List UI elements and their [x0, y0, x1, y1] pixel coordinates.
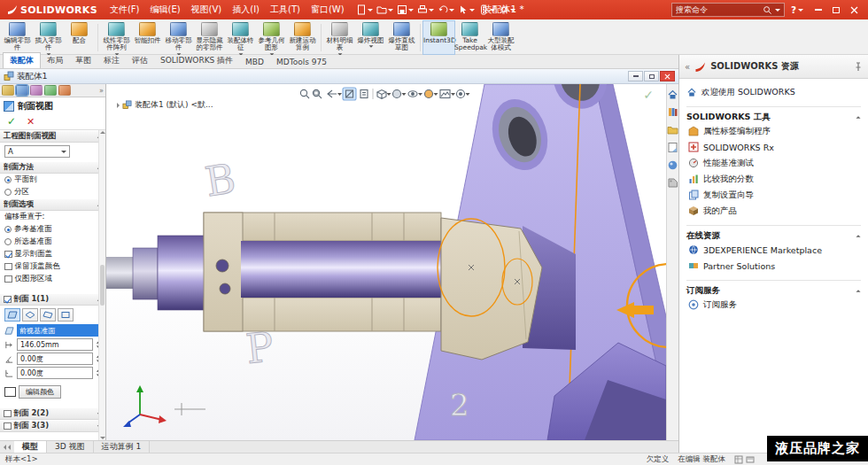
radio-icon[interactable]: [4, 238, 12, 245]
help-button[interactable]: ?: [791, 4, 803, 15]
select-caret-icon[interactable]: [469, 9, 475, 12]
link-partner-solutions[interactable]: Partner Solutions: [686, 258, 861, 274]
flyout-caret-icon[interactable]: [368, 46, 373, 48]
close-button[interactable]: [845, 3, 863, 17]
save-caret-icon[interactable]: [408, 9, 414, 12]
menu-edit[interactable]: 编辑(E): [144, 1, 185, 19]
tab-motion-study[interactable]: 运动算例 1: [94, 441, 151, 453]
status-sheet-icon[interactable]: [734, 455, 743, 464]
group-section3[interactable]: 剖面 3(3): [0, 420, 105, 432]
checkbox-icon[interactable]: [4, 275, 12, 283]
search-caret-icon[interactable]: [775, 9, 780, 12]
status-units-icon[interactable]: [746, 455, 755, 464]
breadcrumb[interactable]: 装配体1 (默认) <默...: [117, 99, 213, 111]
panel-scrollbar[interactable]: [98, 130, 105, 440]
confirmation-corner-ok[interactable]: ✓: [643, 88, 654, 102]
tab-model[interactable]: 模型: [14, 441, 47, 453]
file-explorer-icon[interactable]: [667, 124, 678, 136]
dimxpert-tab-icon[interactable]: [44, 85, 57, 96]
right-plane-toggle[interactable]: [40, 308, 56, 322]
ribbon-explode-sketch-button[interactable]: 爆炸直线草图: [386, 21, 417, 54]
link-compare-score[interactable]: 比较我的分数: [686, 171, 861, 187]
group-section-options[interactable]: 剖面选项: [0, 198, 105, 211]
collapse-chevron-icon[interactable]: [856, 235, 860, 237]
maximize-button[interactable]: [827, 3, 845, 17]
section-face-head[interactable]: [441, 218, 542, 360]
undo-caret-icon[interactable]: [449, 9, 454, 12]
doc-restore-button[interactable]: [644, 71, 659, 81]
radio-selected-plane[interactable]: 所选基准面: [0, 236, 105, 248]
group-section2[interactable]: 剖面 2(2): [0, 407, 105, 420]
display-manager-tab-icon[interactable]: [58, 85, 71, 96]
radio-reference-plane[interactable]: 参考基准面: [0, 223, 105, 236]
drawing-section-dropdown[interactable]: A: [4, 145, 70, 158]
heads-up-icons[interactable]: [298, 87, 474, 101]
checkbox-icon[interactable]: [4, 263, 12, 271]
shaft-end-step[interactable]: [106, 257, 133, 289]
feature-tree-tab-icon[interactable]: [2, 85, 14, 96]
ribbon-mate-button[interactable]: 配合: [64, 21, 95, 54]
command-search[interactable]: [671, 3, 785, 17]
appearances-icon[interactable]: [667, 159, 678, 171]
undo-button[interactable]: [437, 4, 455, 16]
collapse-chevron-icon[interactable]: [856, 116, 860, 119]
group-online-resources[interactable]: 在线资源: [686, 225, 861, 242]
menu-tools[interactable]: 工具(T): [265, 1, 306, 19]
tab-scroll-left[interactable]: [0, 441, 14, 453]
ribbon-insert-component-button[interactable]: 插入零部件: [33, 21, 64, 54]
ribbon-linear-pattern-button[interactable]: 线性零部件阵列: [101, 21, 132, 54]
view-palette-icon[interactable]: [667, 142, 678, 153]
tab-3d-views[interactable]: 3D 视图: [47, 441, 94, 453]
group-section1[interactable]: 剖面 1(1): [0, 293, 105, 306]
ribbon-show-hidden-button[interactable]: 显示隐藏的零部件: [194, 21, 225, 54]
custom-plane-toggle[interactable]: [58, 308, 74, 322]
save-button[interactable]: [396, 4, 415, 16]
tab-sketch[interactable]: 草图: [69, 53, 97, 68]
property-manager-tab-icon[interactable]: [16, 85, 28, 96]
scrollbar-thumb[interactable]: [100, 265, 105, 306]
menu-insert[interactable]: 插入(I): [227, 1, 265, 19]
ribbon-exploded-view-button[interactable]: 爆炸视图: [355, 21, 386, 54]
section-color-swatch[interactable]: [4, 387, 16, 397]
check-show-section-cap[interactable]: 显示剖面盖: [0, 248, 105, 260]
x-rotation-field[interactable]: 0.00度: [17, 353, 93, 365]
section3-checkbox-icon[interactable]: [4, 422, 12, 430]
group-subscription-services[interactable]: 订阅服务: [686, 280, 861, 297]
search-input[interactable]: [676, 5, 760, 14]
tab-mdtools[interactable]: MDTools 975: [270, 56, 333, 68]
ribbon-assembly-features-button[interactable]: 装配体特征: [225, 21, 256, 54]
tab-layout[interactable]: 布局: [41, 53, 69, 68]
ribbon-reference-geometry-button[interactable]: 参考几何图形: [256, 21, 287, 54]
link-solidworks-rx[interactable]: SOLIDWORKS Rx: [686, 139, 861, 155]
ribbon-bom-button[interactable]: 材料明细表: [324, 21, 355, 54]
inner-shaft[interactable]: [241, 241, 441, 298]
radio-icon[interactable]: [4, 176, 12, 183]
link-property-tab-builder[interactable]: 属性标签编制程序: [686, 123, 861, 139]
group-drawing-section-view[interactable]: 工程图剖面视图: [0, 130, 105, 143]
scroll-up-icon[interactable]: [100, 131, 105, 134]
tab-markup[interactable]: 标注: [97, 53, 126, 68]
open-button[interactable]: [376, 4, 394, 16]
section2-checkbox-icon[interactable]: [4, 410, 12, 418]
radio-zonal[interactable]: 分区: [0, 186, 105, 198]
collapse-pane-icon[interactable]: «: [685, 62, 690, 72]
resources-home-icon[interactable]: [667, 89, 678, 100]
ribbon-take-speedpak-button[interactable]: Take Speedpak: [454, 21, 485, 54]
link-subscription-services[interactable]: 订阅服务: [686, 297, 861, 313]
radio-icon[interactable]: [4, 226, 12, 233]
cross-hole[interactable]: [220, 283, 230, 294]
section-arrow-stem[interactable]: [634, 306, 654, 314]
welcome-link[interactable]: 欢迎使用 SOLIDWORKS: [686, 84, 861, 100]
section1-checkbox-icon[interactable]: [4, 296, 12, 304]
custom-properties-icon[interactable]: [667, 177, 678, 189]
ribbon-move-component-button[interactable]: 移动零部件: [163, 21, 194, 54]
design-library-icon[interactable]: [667, 106, 678, 118]
edit-color-button[interactable]: 编辑颜色: [19, 385, 61, 399]
ribbon-smart-fasteners-button[interactable]: 智能扣件: [132, 21, 163, 54]
offset-distance-field[interactable]: 146.05mm: [17, 338, 93, 351]
front-plane-toggle[interactable]: [4, 308, 20, 322]
new-document-caret-icon[interactable]: [368, 9, 373, 12]
group-solidworks-tools[interactable]: SOLIDWORKS 工具: [686, 106, 861, 123]
ribbon-edit-component-button[interactable]: 编辑零部件: [2, 21, 33, 54]
dropdown-caret-icon[interactable]: [61, 151, 66, 153]
